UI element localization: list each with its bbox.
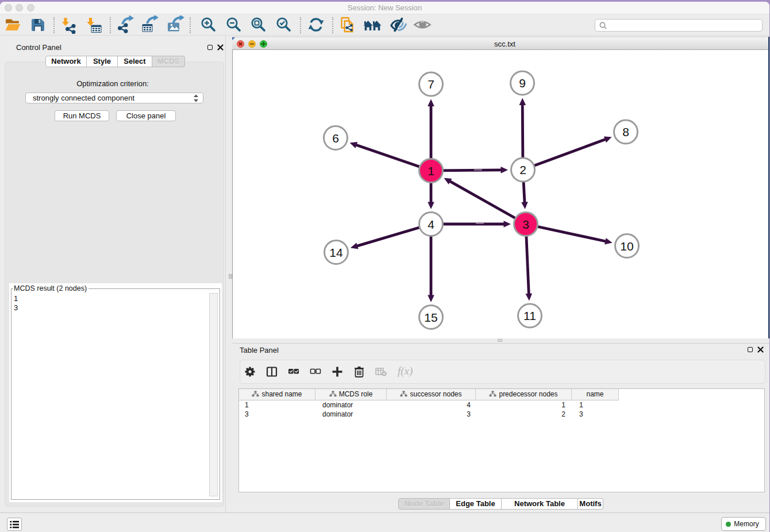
svg-text:4: 4 <box>428 218 434 231</box>
svg-text:14: 14 <box>329 246 343 259</box>
svg-text:3: 3 <box>522 218 529 231</box>
svg-text:7: 7 <box>428 78 434 91</box>
svg-text:15: 15 <box>424 311 437 324</box>
svg-text:2: 2 <box>519 163 526 176</box>
svg-text:10: 10 <box>620 240 633 253</box>
svg-text:8: 8 <box>622 125 629 138</box>
svg-text:9: 9 <box>519 76 526 90</box>
svg-text:6: 6 <box>332 132 339 145</box>
svg-text:1: 1 <box>428 164 434 178</box>
svg-text:11: 11 <box>523 309 536 322</box>
